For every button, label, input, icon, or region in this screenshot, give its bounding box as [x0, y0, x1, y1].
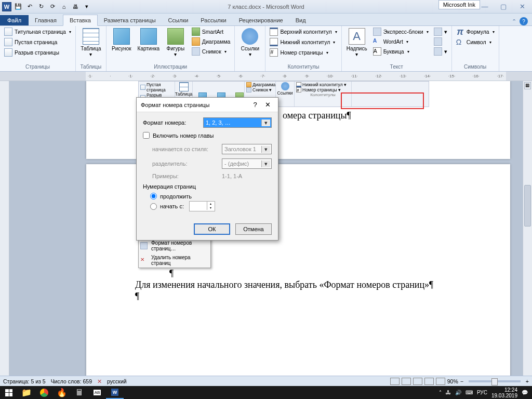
view-web-icon[interactable] [413, 378, 422, 385]
radio-start-at[interactable]: начать с: [150, 201, 272, 211]
scroll-thumb[interactable] [524, 185, 531, 227]
tab-layout[interactable]: Разметка страницы [98, 15, 162, 25]
home-icon[interactable]: ⌂ [59, 2, 69, 11]
view-print-icon[interactable] [390, 378, 400, 385]
blank-page-button[interactable]: Пустая страница [2, 37, 59, 47]
doc-text-line2[interactable]: Для изменения начального значения, выбра… [135, 280, 433, 290]
ctx-format[interactable]: Формат номеров страниц… [139, 238, 210, 253]
group-sym-label: Символы [454, 63, 497, 70]
tb-explorer-icon[interactable]: 📁 [18, 386, 35, 399]
ok-button[interactable]: ОК [194, 223, 230, 235]
print-icon[interactable]: 🖶 [71, 2, 80, 11]
cancel-button[interactable]: Отмена [235, 223, 272, 235]
include-chapter-input[interactable] [143, 132, 150, 139]
tab-review[interactable]: Рецензирование [233, 15, 289, 25]
tab-mailings[interactable]: Рассылки [194, 15, 232, 25]
redo-icon[interactable]: ↻ [36, 2, 46, 11]
tab-references[interactable]: Ссылки [162, 15, 195, 25]
tb-app1-icon[interactable]: 🔥 [53, 386, 71, 399]
tab-file[interactable]: Файл [0, 15, 29, 25]
quickparts-button[interactable]: Экспресс-блоки [371, 27, 431, 36]
maximize-button[interactable]: ▢ [496, 2, 511, 11]
smartart-button[interactable]: SmartArt [190, 27, 233, 36]
tb-calc-icon[interactable]: 🖩 [71, 386, 88, 399]
titlebar: W 💾 ↶ ↻ ⟳ ⌂ 🖶 ▾ 7 класс.docx - Microsoft… [0, 0, 532, 14]
tray-notifications-icon[interactable]: 💬 [522, 390, 528, 395]
picture-button[interactable]: Рисунок [109, 27, 135, 52]
object-button[interactable]: ▾ [432, 47, 449, 56]
doc-para-mark[interactable]: ¶ [169, 268, 174, 279]
tb-word-icon[interactable]: W [106, 386, 124, 399]
doc-text-line1[interactable]: омера страницы¶ [283, 110, 351, 121]
radio-continue[interactable]: продолжить [150, 193, 272, 200]
tray-input-icon[interactable]: ⌨ [466, 390, 473, 395]
qat-dropdown-icon[interactable]: ▾ [82, 2, 91, 11]
textbox-button[interactable]: AНадпись▾ [344, 27, 370, 58]
equation-button[interactable]: πФормула [454, 27, 497, 36]
dropcap-button[interactable]: AБуквица [371, 47, 431, 56]
doc-para-mark2[interactable]: ¶ [135, 291, 139, 302]
include-chapter-checkbox[interactable]: Включить номер главы [143, 132, 272, 139]
group-tables: Таблица▾ Таблицы [76, 26, 107, 71]
wordart-button[interactable]: AWordArt [371, 37, 431, 46]
table-button[interactable]: Таблица▾ [78, 27, 104, 58]
group-links-label [237, 63, 263, 70]
help-icon[interactable]: ? [520, 17, 528, 25]
tab-view[interactable]: Вид [289, 15, 312, 25]
view-draft-icon[interactable] [436, 378, 445, 385]
tab-insert[interactable]: Вставка [63, 15, 98, 26]
ruler-vertical[interactable] [0, 81, 9, 376]
view-outline-icon[interactable] [424, 378, 434, 385]
dialog-titlebar[interactable]: Формат номера страницы ? ✕ [137, 98, 278, 112]
ctx-remove[interactable]: ✕Удалить номера страниц [139, 253, 210, 268]
undo-icon[interactable]: ↶ [25, 2, 34, 11]
signature-button[interactable]: ▾ [432, 27, 449, 36]
collapse-ribbon-icon[interactable]: ⌃ [512, 18, 516, 25]
tray-network-icon[interactable]: 🖧 [446, 390, 451, 395]
refresh-icon[interactable]: ⟳ [48, 2, 57, 11]
tb-chrome-icon[interactable] [35, 386, 53, 399]
start-at-spinner[interactable] [189, 201, 215, 211]
page-number-button[interactable]: #Номер страницы [268, 48, 330, 57]
chart-button[interactable]: Диаграмма [190, 37, 233, 46]
footer-button[interactable]: Нижний колонтитул [268, 37, 337, 47]
start-button[interactable] [0, 386, 18, 399]
tray-clock[interactable]: 12:24 19.03.2019 [491, 387, 517, 398]
tabs-help: ⌃ ? [512, 17, 532, 25]
view-read-icon[interactable] [402, 378, 411, 385]
zoom-slider[interactable] [469, 380, 521, 382]
dialog-help-icon[interactable]: ? [249, 101, 261, 109]
zoom-value[interactable]: 90% [447, 378, 458, 384]
dialog-close-icon[interactable]: ✕ [261, 101, 274, 109]
radio-continue-input[interactable] [150, 193, 157, 200]
tab-home[interactable]: Главная [29, 15, 63, 25]
radio-start-at-input[interactable] [150, 203, 157, 210]
tb-abnet-icon[interactable]: AB [88, 386, 106, 399]
symbol-button[interactable]: ΩСимвол [454, 37, 494, 47]
scrollbar-vertical[interactable]: ▦ [523, 81, 532, 376]
format-select[interactable]: 1, 2, 3, … [203, 117, 272, 128]
zoom-out-icon[interactable]: − [460, 378, 463, 384]
save-icon[interactable]: 💾 [14, 2, 23, 11]
tray-volume-icon[interactable]: 🔊 [455, 390, 461, 395]
ruler-toggle-icon[interactable]: ▦ [524, 82, 531, 89]
ink-tab[interactable]: Microsoft Ink [438, 0, 480, 9]
screenshot-button[interactable]: Снимок [190, 47, 233, 56]
tray-lang[interactable]: РУС [477, 390, 487, 395]
title-page-button[interactable]: Титульная страница [2, 27, 73, 36]
datetime-button[interactable] [432, 37, 449, 46]
page-break-button[interactable]: Разрыв страницы [2, 48, 61, 57]
status-page[interactable]: Страница: 5 из 5 [3, 378, 46, 384]
spellcheck-icon[interactable]: ✕ [97, 378, 102, 384]
zoom-in-icon[interactable]: + [526, 378, 529, 384]
links-button[interactable]: Ссылки▾ [237, 27, 263, 58]
close-button[interactable]: ✕ [514, 2, 530, 11]
shapes-button[interactable]: Фигуры▾ [163, 27, 189, 58]
header-button[interactable]: Верхний колонтитул [268, 27, 339, 36]
ruler-horizontal[interactable]: L ·1···1··2··3··4··5··6··7··8··9··10··11… [0, 72, 532, 81]
status-words[interactable]: Число слов: 659 [51, 378, 92, 384]
clipart-button[interactable]: Картинка [136, 27, 162, 52]
status-language[interactable]: русский [107, 378, 127, 384]
tray-up-icon[interactable]: ˄ [439, 390, 442, 395]
minimize-button[interactable]: — [477, 2, 493, 11]
